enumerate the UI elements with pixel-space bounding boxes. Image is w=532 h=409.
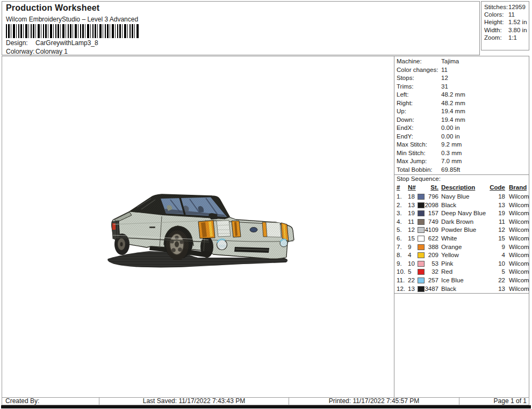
machine-info-value: 9.2 mm [441, 141, 462, 149]
machine-info-label: Trims: [397, 83, 441, 91]
row-code: 5 [485, 268, 505, 276]
machine-info-label: Right: [397, 99, 441, 108]
software-name: Wilcom EmbroideryStudio – Level 3 Advanc… [6, 16, 138, 23]
summary-value: 12959 [508, 3, 526, 11]
production-worksheet-page: Production Worksheet Wilcom EmbroiderySt… [0, 0, 532, 409]
summary-label: Zoom: [484, 34, 508, 41]
colorway-name: Colorway 1 [35, 48, 68, 55]
summary-row: Zoom: 1:1 [481, 34, 529, 41]
machine-info-label: Total Bobbin: [397, 166, 441, 174]
row-brand: Wilcom [509, 276, 529, 285]
stop-sequence-row: 11. 22 257 Ice Blue 22 Wilcom [394, 276, 529, 285]
machine-info-value: 11 [441, 66, 448, 75]
row-needle: 15 [408, 235, 418, 243]
row-needle: 13 [408, 285, 418, 294]
summary-label: Colors: [484, 11, 508, 18]
summary-value: 3.80 in [508, 26, 527, 34]
row-code: 11 [485, 218, 505, 227]
summary-label: Width: [484, 26, 508, 34]
machine-info-value: 0.00 in [441, 133, 460, 141]
summary-value: 11 [508, 11, 515, 18]
row-code: 12 [485, 226, 505, 235]
row-brand: Wilcom [509, 251, 529, 260]
summary-label: Stitches: [484, 3, 508, 11]
machine-info-row: Left: 48.2 mm [394, 91, 529, 99]
row-num: 10. [397, 268, 407, 276]
machine-info-value: 0.3 mm [441, 149, 462, 158]
design-canvas [2, 56, 394, 397]
page-bottom-rule [1, 405, 531, 408]
row-stitch-count: 2098 [423, 201, 438, 210]
row-needle: 13 [408, 201, 418, 210]
panel-divider [394, 174, 529, 175]
row-code: 13 [485, 201, 505, 210]
machine-info-label: Color changes: [397, 66, 441, 75]
machine-info-row: EndY: 0.00 in [394, 133, 529, 141]
row-code: 18 [485, 193, 505, 201]
machine-info-value: 12 [441, 74, 448, 83]
machine-info-value: Tajima [441, 57, 459, 66]
design-barcode [6, 24, 139, 38]
col-brand: Brand [509, 184, 529, 191]
row-stitch-count: 157 [423, 209, 438, 218]
row-code: 19 [485, 209, 505, 218]
machine-info-label: Max Jump: [397, 157, 441, 166]
summary-row: Width: 3.80 in [481, 26, 529, 34]
row-num: 6. [397, 235, 407, 243]
summary-label: Height: [484, 18, 508, 26]
stop-sequence-row: 12. 13 3487 Black 13 Wilcom [394, 285, 529, 294]
row-num: 11. [397, 276, 407, 285]
row-brand: Wilcom [509, 193, 529, 201]
row-needle: 18 [408, 193, 418, 201]
row-stitch-count: 796 [423, 193, 438, 201]
machine-info-row: Max Jump: 7.0 mm [394, 157, 529, 166]
stop-sequence-table: 1. 18 796 Navy Blue 18 Wilcom 2. 13 2098… [394, 193, 529, 293]
machine-info-value: 48.2 mm [441, 91, 465, 99]
stop-sequence-row: 9. 10 53 Pink 10 Wilcom [394, 260, 529, 268]
printed-timestamp: Printed: 11/17/2022 7:45:57 PM [289, 397, 459, 405]
machine-info-row: Right: 48.2 mm [394, 99, 529, 108]
summary-row: Height: 1.52 in [481, 18, 529, 26]
row-num: 7. [397, 243, 407, 252]
machine-info-label: Down: [397, 116, 441, 125]
col-num: # [397, 184, 407, 191]
row-brand: Wilcom [509, 260, 529, 268]
col-stitches: St. [421, 184, 438, 191]
machine-info-row: Color changes: 11 [394, 66, 529, 75]
row-num: 1. [397, 193, 407, 201]
row-needle: 9 [408, 243, 418, 252]
design-summary-box: Stitches: 12959 Colors: 11 Height: 1.52 … [481, 1, 529, 50]
footer-bar: Created By: Last Saved: 11/17/2022 7:43:… [2, 397, 529, 405]
row-needle: 12 [408, 226, 418, 235]
colorway-label: Colorway: [6, 48, 35, 55]
machine-info-label: Left: [397, 91, 441, 99]
row-needle: 22 [408, 276, 418, 285]
row-brand: Wilcom [509, 285, 529, 294]
machine-info-row: Down: 19.4 mm [394, 116, 529, 125]
machine-info-row: EndX: 0.00 in [394, 124, 529, 133]
machine-info-panel: Machine: Tajima Color changes: 11 Stops:… [394, 56, 529, 397]
row-code: 15 [485, 235, 505, 243]
row-code: 10 [485, 260, 505, 268]
row-brand: Wilcom [509, 226, 529, 235]
row-stitch-count: 749 [423, 218, 438, 227]
machine-info-label: Max Stitch: [397, 141, 441, 149]
stop-sequence-row: 2. 13 2098 Black 13 Wilcom [394, 201, 529, 210]
row-brand: Wilcom [509, 243, 529, 252]
design-label: Design: [6, 39, 35, 47]
row-code: 22 [485, 276, 505, 285]
col-code: Code [485, 184, 505, 191]
machine-info-value: 31 [441, 83, 448, 91]
row-needle: 4 [408, 251, 418, 260]
row-stitch-count: 4109 [423, 226, 438, 235]
row-brand: Wilcom [509, 218, 529, 227]
stop-sequence-title: Stop Sequence: [397, 176, 441, 182]
summary-value: 1:1 [508, 34, 517, 41]
machine-info-value: 7.0 mm [441, 157, 462, 166]
row-brand: Wilcom [509, 235, 529, 243]
machine-info-value: 48.2 mm [441, 99, 465, 108]
machine-info-label: Min Stitch: [397, 149, 441, 158]
row-num: 4. [397, 218, 407, 227]
machine-info-label: Stops: [397, 74, 441, 83]
row-needle: 19 [408, 209, 418, 218]
